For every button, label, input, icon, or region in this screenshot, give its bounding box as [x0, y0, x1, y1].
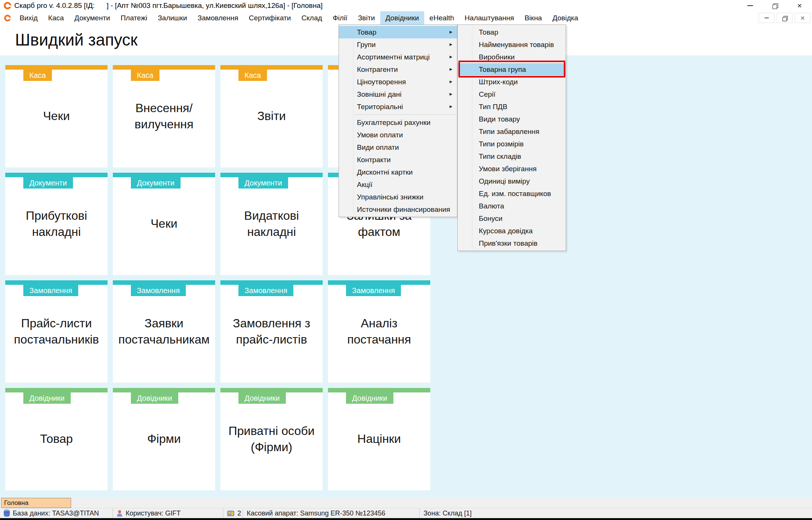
tile-doc-cheky[interactable]: Чеки Документи: [113, 173, 215, 275]
app-logo-icon: [4, 2, 11, 9]
submenu-item-vyrobnyky[interactable]: Виробники: [458, 51, 566, 63]
tile-dov-natsinky[interactable]: Націнки Довідники: [328, 388, 430, 490]
menu-dovidnyky[interactable]: Довідники: [380, 11, 424, 24]
mdi-minimize-button[interactable]: [759, 13, 774, 23]
menu-dokumenty[interactable]: Документи: [69, 11, 115, 24]
tile-label: Звіти: [223, 65, 320, 167]
submenu-item-tovarna-grupa[interactable]: Товарна група: [458, 63, 566, 76]
tile-category-badge: Документи: [131, 177, 181, 189]
status-terminal-count-text: 2: [237, 509, 241, 517]
mdi-close-button[interactable]: ✕: [795, 13, 810, 23]
tabbar: Головна: [0, 497, 812, 508]
restore-button[interactable]: [762, 0, 787, 11]
menu-vykhid[interactable]: Вихід: [14, 11, 43, 24]
submenu-item-typy-rozmiriv[interactable]: Типи розмірів: [458, 138, 566, 150]
menu-vikna[interactable]: Вікна: [519, 11, 547, 24]
submenu-item-kursova-dovidka[interactable]: Курсова довідка: [458, 225, 566, 237]
menu-ehealth[interactable]: eHealth: [424, 11, 460, 24]
menu-item-asortymentni-matrytsi[interactable]: Асортиментні матриці►: [339, 51, 457, 63]
menu-item-umovy-oplaty[interactable]: Умови оплати: [339, 129, 457, 141]
cash-register-icon: [227, 511, 234, 516]
submenu-item-tovar[interactable]: Товар: [458, 26, 566, 38]
tile-kasa-cheky[interactable]: Чеки Каса: [5, 65, 108, 167]
database-icon: [4, 510, 10, 517]
menu-item-terytorialni[interactable]: Територіальні►: [339, 100, 457, 113]
submenu-item-typy-skladiv[interactable]: Типи складів: [458, 150, 566, 163]
submenu-item-serii[interactable]: Серії: [458, 88, 566, 100]
submenu-item-bonusy[interactable]: Бонуси: [458, 212, 566, 225]
close-icon: ✕: [797, 2, 802, 9]
close-button[interactable]: ✕: [787, 0, 812, 11]
tile-category-badge: Довідники: [131, 392, 178, 404]
window-title: Скарб pro v. 4.0.2.85 [ІД: ] - [Апт №003…: [14, 2, 323, 10]
tile-dov-tovar[interactable]: Товар Довідники: [5, 388, 108, 490]
submenu-item-typy-zabarvlennia[interactable]: Типи забарвлення: [458, 125, 566, 138]
menu-zvity[interactable]: Звіти: [353, 11, 380, 24]
menu-kasa[interactable]: Каса: [43, 11, 69, 24]
menu-item-tovar-group[interactable]: Товар►: [339, 26, 457, 38]
menu-item-dyskontni-kartky[interactable]: Дисконтні картки: [339, 166, 457, 178]
menu-sertyfikaty[interactable]: Сертифікати: [244, 11, 296, 24]
mdi-restore-button[interactable]: [777, 13, 792, 23]
menu-item-grupy[interactable]: Групи►: [339, 38, 457, 51]
app-window: Скарб pro v. 4.0.2.85 [ІД: ] - [Апт №003…: [0, 0, 812, 520]
status-zone: Зона: Склад [1]: [420, 508, 812, 518]
submenu-item-typ-pdv[interactable]: Тип ПДВ: [458, 100, 566, 113]
menu-item-aktsii[interactable]: Акції: [339, 178, 457, 191]
submenu-item-odynytsi-vymiru[interactable]: Одиниці виміру: [458, 175, 566, 187]
status-cash-register: Касовий апарат: Samsung ER-350 №123456: [243, 508, 420, 518]
menu-item-istochniki-finansirovaniya[interactable]: Источники финансирования: [339, 203, 457, 216]
status-zone-text: Зона: Склад [1]: [423, 509, 472, 517]
tile-zam-analiz-postachannia[interactable]: Аналіз постачання Замовлення: [328, 280, 430, 383]
submenu-item-valiuta[interactable]: Валюта: [458, 200, 566, 212]
submenu-item-ed-izm-postavshchikov[interactable]: Ед. изм. поставщиков: [458, 187, 566, 200]
page-title: Швидкий запуск: [15, 24, 138, 55]
tile-dov-firmy[interactable]: Фірми Довідники: [113, 388, 215, 490]
status-user-text: Користувач: GIFT: [126, 509, 181, 517]
tile-zam-zamovlennia-z-price-lystiv[interactable]: Замовлення з прайс-листів Замовлення: [220, 280, 323, 383]
menu-item-vydy-oplaty[interactable]: Види оплати: [339, 141, 457, 154]
tile-doc-vydatkovi-nakladni[interactable]: Видаткові накладні Документи: [220, 173, 323, 275]
mdi-close-icon: ✕: [800, 15, 805, 21]
menu-item-upravlinski-znyzhky[interactable]: Управлінські знижки: [339, 191, 457, 203]
status-terminal-count: 2: [223, 508, 243, 518]
submenu-item-pryviazky-tovariv[interactable]: Прив'язки товарів: [458, 237, 566, 249]
menu-item-zovnishni-dani[interactable]: Зовнішні дані►: [339, 88, 457, 100]
tile-category-badge: Замовлення: [238, 285, 293, 296]
submenu-tovar: Товар Найменування товарів Виробники Тов…: [457, 24, 566, 251]
tab-golovna[interactable]: Головна: [1, 498, 71, 508]
tile-category-badge: Документи: [23, 177, 73, 189]
tile-zam-price-lysty-postachalnykiv[interactable]: Прайс-листи постачальників Замовлення: [5, 280, 108, 383]
tile-kasa-zvity[interactable]: Звіти Каса: [220, 65, 323, 167]
submenu-item-naimenuvannia-tovariv[interactable]: Найменування товарів: [458, 38, 566, 51]
menu-item-tsinoutvorennia[interactable]: Ціноутворення►: [339, 76, 457, 88]
submenu-item-shtrykh-kody[interactable]: Штрих-коди: [458, 76, 566, 88]
mdi-restore-icon: [782, 16, 787, 20]
submenu-item-vydy-tovaru[interactable]: Види товару: [458, 113, 566, 125]
submenu-arrow-icon: ►: [449, 26, 453, 38]
menu-sklad[interactable]: Склад: [296, 11, 327, 24]
menu-zalyshky[interactable]: Залишки: [152, 11, 192, 24]
minimize-button[interactable]: [738, 0, 762, 11]
menu-filii[interactable]: Філії: [327, 11, 352, 24]
menu-item-bukhgalterski-rakhunky[interactable]: Бухгалтерські рахунки: [339, 116, 457, 129]
submenu-arrow-icon: ►: [449, 100, 453, 113]
menu-zamovlennia[interactable]: Замовлення: [192, 11, 243, 24]
tile-kasa-vnesennia-vyluchennia[interactable]: Внесення/вилучення Каса: [113, 65, 215, 167]
tile-zam-zaiavky-postachalnykam[interactable]: Заявки постачальникам Замовлення: [113, 280, 215, 383]
menu-nalashtuvannia[interactable]: Налаштування: [459, 11, 519, 24]
tile-doc-prybutkovi-nakladni[interactable]: Прибуткові накладні Документи: [5, 173, 108, 275]
tile-category-badge: Довідники: [346, 392, 393, 404]
menu-dovidka[interactable]: Довідка: [547, 11, 583, 24]
submenu-arrow-icon: ►: [449, 38, 453, 51]
tile-category-badge: Замовлення: [131, 285, 186, 296]
minimize-icon: [747, 5, 753, 6]
submenu-arrow-icon: ►: [449, 63, 453, 76]
tile-dov-pryvatni-osoby[interactable]: Приватні особи (Фірми) Довідники: [220, 388, 323, 490]
menu-item-kontragenty[interactable]: Контрагенти►: [339, 63, 457, 76]
submenu-item-umovy-zberigannia[interactable]: Умови зберігання: [458, 163, 566, 175]
restore-icon: [773, 3, 777, 8]
menu-platezhi[interactable]: Платежі: [115, 11, 153, 24]
menu-item-kontrakty[interactable]: Контракти: [339, 154, 457, 166]
submenu-arrow-icon: ►: [449, 88, 453, 100]
